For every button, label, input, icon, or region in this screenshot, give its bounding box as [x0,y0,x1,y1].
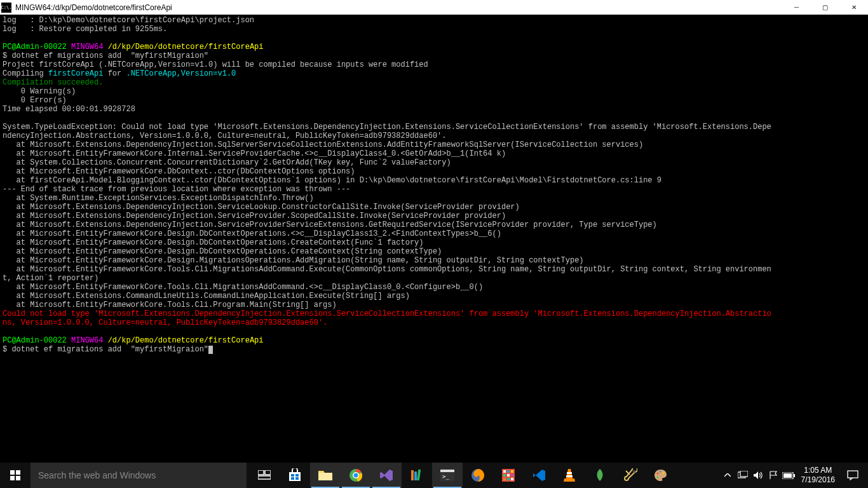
svg-rect-10 [291,477,294,480]
task-items: >_ [249,463,676,488]
search-input[interactable]: Search the web and Windows [31,463,247,488]
taskbar-visual-studio[interactable] [371,463,402,488]
error-message: Could not load type 'Microsoft.Extension… [3,309,771,327]
taskbar-vlc[interactable] [554,463,585,488]
prompt-system: MINGW64 [67,336,104,345]
svg-text:>_: >_ [442,473,449,480]
taskbar-grid-app[interactable] [493,463,524,488]
books-icon [409,468,424,483]
svg-rect-29 [511,474,513,477]
framework-name: .NETCoreApp,Version=v1.0 [126,69,236,78]
windows-icon [10,470,20,480]
wrench-icon [623,468,638,483]
store-icon [287,468,302,483]
compile-line: Project firstCoreApi (.NETCoreApp,Versio… [3,60,428,69]
terminal-output[interactable]: log : D:\kp\Demo\dotnetcore\firstCoreApi… [0,15,868,463]
notification-icon [847,470,858,480]
chrome-icon [348,468,363,483]
svg-rect-6 [258,476,271,479]
search-placeholder: Search the web and Windows [38,470,156,480]
svg-rect-5 [265,470,271,475]
prompt-user: PC@Admin-00022 [3,336,67,345]
svg-rect-12 [318,473,332,480]
taskbar-store[interactable] [280,463,310,488]
maximize-button[interactable]: ▢ [811,0,839,15]
svg-rect-43 [783,473,792,478]
svg-rect-24 [503,470,506,473]
svg-point-15 [354,473,358,478]
vlc-icon [562,468,577,483]
taskbar-tools[interactable] [615,463,646,488]
svg-rect-34 [566,475,573,477]
tray-battery-icon[interactable] [781,463,796,488]
taskbar-terminal[interactable]: >_ [432,463,463,488]
taskbar-vscode[interactable] [524,463,554,488]
compile-mid: for [103,69,126,78]
svg-point-38 [663,472,665,474]
prompt-path: /d/kp/Demo/dotnetcore/firstCoreApi [103,43,263,51]
svg-point-37 [660,471,661,473]
svg-rect-1 [16,470,20,475]
svg-rect-45 [848,471,858,478]
minimize-button[interactable]: ─ [782,0,811,15]
project-name: firstCoreApi [48,69,103,78]
svg-rect-4 [258,470,264,475]
svg-rect-8 [291,474,294,477]
svg-rect-16 [411,470,414,480]
compile-prefix: Compiling [3,69,48,78]
svg-rect-18 [417,470,421,480]
svg-rect-33 [567,472,572,474]
svg-rect-11 [295,477,299,480]
window-titlebar: C:\. MINGW64:/d/kp/Demo/dotnetcore/first… [0,0,868,15]
tray-flag-icon[interactable] [766,463,781,488]
svg-point-35 [633,470,635,473]
prompt-path: /d/kp/Demo/dotnetcore/firstCoreApi [103,336,263,345]
taskbar-chrome[interactable] [341,463,371,488]
cursor [208,346,213,354]
close-button[interactable]: ✕ [839,0,868,15]
terminal-icon: C:\. [1,3,11,13]
command-line: $ dotnet ef migrations add "myfirstMigra… [3,51,208,60]
vs-icon [379,468,394,483]
tray-volume-icon[interactable] [750,463,766,488]
clock-date: 7/19/2016 [801,475,835,485]
tray-network-icon[interactable] [735,463,750,488]
taskbar-mongo[interactable] [585,463,615,488]
exception-stack: System.TypeLoadException: Could not load… [3,123,771,309]
svg-point-36 [657,473,659,475]
folder-icon [318,468,333,483]
svg-rect-17 [414,471,417,480]
grid-icon [501,468,516,483]
start-button[interactable] [0,463,31,488]
window-title: MINGW64:/d/kp/Demo/dotnetcore/firstCoreA… [15,3,782,12]
svg-rect-27 [503,474,506,477]
tray-chevron-icon[interactable] [720,463,735,488]
compile-success: Compilation succeeded. [3,78,103,87]
taskbar-clock[interactable]: 1:05 AM 7/19/2016 [796,466,840,485]
system-tray: 1:05 AM 7/19/2016 [720,463,868,488]
svg-rect-26 [511,470,513,473]
svg-rect-20 [440,470,454,472]
svg-rect-25 [507,470,510,473]
taskbar: Search the web and Windows [0,463,868,488]
prompt-user: PC@Admin-00022 [3,43,67,51]
log-output: log : D:\kp\Demo\dotnetcore\firstCoreApi… [3,16,254,34]
prompt-system: MINGW64 [67,43,104,51]
svg-rect-31 [507,478,510,480]
clock-time: 1:05 AM [801,466,835,475]
leaf-icon [592,468,607,483]
palette-icon [653,468,668,483]
svg-rect-28 [507,474,510,477]
taskbar-books[interactable] [402,463,432,488]
window-buttons: ─ ▢ ✕ [782,0,868,15]
svg-rect-2 [10,476,15,480]
action-center-button[interactable] [840,463,865,488]
cmd-icon: >_ [440,468,455,483]
taskbar-file-explorer[interactable] [310,463,341,488]
firefox-icon [470,468,485,483]
task-view-button[interactable] [249,463,280,488]
svg-rect-44 [794,474,795,477]
taskbar-paint[interactable] [646,463,676,488]
svg-rect-7 [289,472,301,481]
taskbar-firefox[interactable] [463,463,493,488]
